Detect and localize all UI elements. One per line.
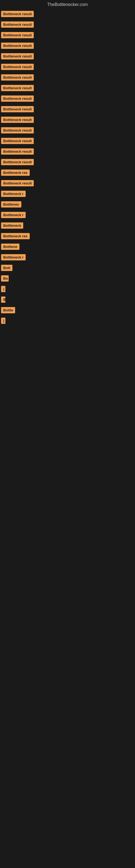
list-item: Bottlenec [0, 199, 135, 210]
bottleneck-badge[interactable]: B [1, 297, 5, 303]
list-item: Bottleneck result [0, 179, 135, 189]
bottleneck-badge[interactable]: Bottle [1, 307, 15, 313]
bottleneck-badge[interactable]: | [1, 318, 5, 324]
bottleneck-badge[interactable]: Bottleneck result [1, 32, 34, 38]
list-item: Bottleneck result [0, 20, 135, 30]
bottleneck-badge[interactable]: Bottleneck result [1, 42, 34, 49]
list-item: Bottleneck result [0, 94, 135, 104]
list-item: Bott [0, 263, 135, 274]
bottleneck-badge[interactable]: Bottleneck result [1, 74, 34, 81]
list-item: Bottleneck res [0, 231, 135, 242]
bottleneck-badge[interactable]: Bo [1, 275, 9, 282]
site-title: TheBottlenecker.com [0, 0, 135, 9]
bottleneck-badge[interactable]: Bottleneck result [1, 180, 34, 186]
bottleneck-badge[interactable]: Bottleneck result [1, 148, 34, 155]
bottleneck-badge[interactable]: Bott [1, 265, 12, 271]
bottleneck-badge[interactable]: Bottleneck result [1, 85, 34, 91]
bottleneck-badge[interactable]: Bottleneck result [1, 95, 34, 102]
list-item: Bottleneck result [0, 126, 135, 136]
bottleneck-badge[interactable]: Bottleneck res [1, 169, 30, 176]
list-item: Bottleneck res [0, 168, 135, 179]
list-item: Bottleneck result [0, 83, 135, 94]
bottleneck-badge[interactable]: Bottleneck result [1, 106, 34, 112]
list-item: Bottleneck result [0, 136, 135, 147]
list-item: Bottleneck r [0, 252, 135, 263]
list-item: | [0, 316, 135, 327]
bottleneck-badge[interactable]: Bottlene [1, 244, 19, 250]
bottleneck-badge[interactable]: Bottleneck result [1, 127, 34, 133]
list-item: Bottleneck result [0, 62, 135, 73]
bottleneck-badge[interactable]: Bottleneck res [1, 233, 30, 239]
bottleneck-badge[interactable]: Bottleneck r [1, 212, 26, 218]
list-item: Bo [0, 274, 135, 284]
list-item: Bottleneck result [0, 104, 135, 115]
list-item: Bottleneck result [0, 30, 135, 41]
bottleneck-badge[interactable]: Bottleneck result [1, 159, 34, 165]
bottleneck-badge[interactable]: Bottleneck result [1, 117, 34, 123]
list-item: Bottleneck result [0, 157, 135, 168]
list-item: Bottleneck result [0, 9, 135, 20]
list-item: Bottleneck result [0, 41, 135, 52]
bottleneck-badge[interactable]: Bottleneck r [1, 254, 26, 260]
list-item: Bottleneck result [0, 115, 135, 126]
bottleneck-badge[interactable]: Bottleneck result [1, 22, 34, 28]
list-item: B [0, 295, 135, 305]
bottleneck-badge[interactable]: Bottleneck [1, 222, 23, 229]
bottleneck-badge[interactable]: Bottlenec [1, 201, 21, 208]
list-item: Bottle [0, 305, 135, 316]
list-item: Bottleneck result [0, 147, 135, 157]
list-item: Bottleneck r [0, 210, 135, 221]
list-item: Bottleneck r [0, 189, 135, 199]
bottleneck-badge[interactable]: Bottleneck result [1, 11, 34, 17]
list-item: | [0, 284, 135, 295]
bottleneck-badge[interactable]: Bottleneck result [1, 64, 34, 70]
list-item: Bottlene [0, 242, 135, 252]
bottleneck-badge[interactable]: Bottleneck r [1, 191, 26, 197]
list-item: Bottleneck result [0, 52, 135, 62]
bottleneck-badge[interactable]: Bottleneck result [1, 138, 34, 144]
list-item: Bottleneck result [0, 73, 135, 83]
bottleneck-badge[interactable]: | [1, 286, 5, 292]
site-title-text: TheBottlenecker.com [47, 2, 88, 7]
list-item: Bottleneck [0, 221, 135, 231]
bottleneck-badge[interactable]: Bottleneck result [1, 53, 34, 59]
